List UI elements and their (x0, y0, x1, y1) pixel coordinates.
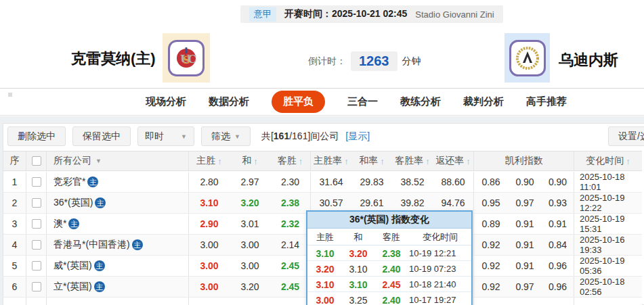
popup-away-odds: 2.45 (374, 277, 409, 292)
row-seq: 3 (3, 214, 26, 234)
popup-change-time: 10-19 12:21 (409, 245, 471, 261)
col-seq: 序 (3, 151, 26, 170)
row-checkbox[interactable] (32, 282, 41, 291)
home-tag-icon: 主 (132, 239, 143, 250)
draw-odds[interactable]: 3.01 (230, 214, 270, 234)
company-name[interactable]: 立*(英国) (53, 281, 92, 293)
settings-select-button[interactable]: 设置/选择 (608, 126, 644, 146)
company-name[interactable]: 澳* (53, 218, 66, 230)
away-odds[interactable]: 2.45 (270, 277, 311, 297)
delete-selected-button[interactable]: 删除选中 (7, 126, 66, 146)
row-checkbox[interactable] (32, 240, 41, 250)
col-away-rate[interactable]: 客胜率↑ (392, 151, 433, 170)
row-checkbox[interactable] (32, 261, 41, 271)
row-seq: 2 (3, 193, 26, 213)
change-time: 2025-10-19 15:31 (574, 214, 642, 234)
kelly-value: 0.84 (542, 235, 574, 255)
row-checkbox[interactable] (32, 219, 41, 229)
popup-home-odds: 3.20 (307, 261, 343, 277)
home-odds[interactable]: 3.00 (189, 277, 230, 297)
svg-text:C: C (188, 52, 197, 66)
kelly-value: 0.91 (508, 214, 542, 234)
keep-selected-button[interactable]: 保留选中 (72, 126, 131, 146)
row-seq: 1 (3, 172, 26, 192)
company-cell: 36*(英国)主 (47, 193, 189, 213)
popup-home-odds: 3.10 (307, 245, 343, 261)
popup-change-time: 10-17 19:27 (409, 292, 471, 305)
kelly-value: 0.96 (542, 256, 574, 276)
popup-body: 3.103.202.3810-19 12:213.203.102.4010-19… (307, 245, 471, 305)
home-tag-icon: 主 (87, 177, 98, 187)
row-seq: 4 (3, 235, 26, 255)
away-team-name: 乌迪内斯 (559, 50, 618, 70)
company-name[interactable]: 香港马*(中国香港) (53, 239, 130, 251)
kelly-value: 0.90 (542, 172, 574, 192)
home-team-logo: U S C (163, 33, 210, 83)
home-odds[interactable]: 3.00 (189, 235, 230, 255)
away-crest-icon (509, 40, 546, 76)
home-odds[interactable]: 2.80 (189, 172, 230, 192)
away-odds[interactable]: 2.30 (270, 172, 311, 192)
nav-tab[interactable]: 三合一 (347, 95, 378, 108)
popup-row: 3.003.252.4010-17 19:27 (307, 292, 471, 305)
chevron-down-icon: ▼ (234, 133, 240, 140)
company-name[interactable]: 威*(英国) (53, 260, 92, 272)
away-odds[interactable]: 2.14 (270, 235, 311, 255)
popup-draw-odds: 3.25 (343, 292, 374, 305)
popup-draw-odds: 3.10 (343, 277, 374, 292)
draw-odds[interactable]: 3.20 (230, 193, 270, 213)
popup-header: 主胜 和 客胜 变化时间 (307, 229, 471, 245)
sort-up-icon: ↑ (626, 156, 630, 166)
filter-dropdown[interactable]: 筛选 ▼ (201, 126, 251, 146)
away-odds[interactable]: 2.32 (270, 214, 311, 234)
row-checkbox[interactable] (32, 198, 41, 208)
kelly-value: 0.91 (508, 235, 542, 255)
rate-value: 88.60 (433, 172, 474, 192)
popup-row: 3.203.102.4010-19 07:23 (307, 261, 471, 277)
company-cell: 立*(英国)主 (47, 277, 189, 297)
col-select-all (26, 151, 47, 170)
row-checkbox[interactable] (32, 177, 41, 187)
col-change-time[interactable]: 变化时间↑ (574, 151, 642, 170)
nav-tab[interactable]: 教练分析 (400, 95, 441, 108)
company-cell: 威*(英国)主 (47, 256, 189, 276)
draw-odds[interactable]: 2.97 (230, 172, 270, 192)
nav-tab[interactable]: 胜平负 (272, 91, 325, 113)
col-return-rate[interactable]: 返还率↑ (433, 151, 474, 170)
table-header: 序 所有公司 ▼ 主胜↑ 和↑ 客胜↑ 主胜率↑ 和率↑ 客胜率↑ 返还率↑ 凯… (3, 151, 642, 171)
kelly-value: 0.97 (508, 277, 542, 297)
company-name[interactable]: 竞彩官* (53, 176, 85, 188)
sort-up-icon: ↑ (217, 156, 222, 166)
live-dropdown[interactable]: 即时 ▼ (137, 126, 194, 146)
company-name[interactable]: 36*(英国) (53, 197, 93, 209)
kelly-value: 0.92 (474, 235, 508, 255)
col-home-odds[interactable]: 主胜↑ (189, 151, 230, 170)
select-all-checkbox[interactable] (32, 156, 41, 166)
draw-odds[interactable]: 3.00 (230, 256, 270, 276)
popup-col-time: 变化时间 (409, 229, 471, 245)
col-away-odds[interactable]: 客胜↑ (270, 151, 311, 170)
away-odds[interactable]: 2.38 (270, 193, 311, 213)
col-draw-odds[interactable]: 和↑ (230, 151, 270, 170)
draw-odds[interactable]: 3.00 (230, 235, 270, 255)
nav-tab[interactable]: 高手推荐 (526, 95, 567, 108)
away-odds[interactable]: 2.45 (270, 256, 311, 276)
nav-tab[interactable]: 裁判分析 (463, 95, 504, 108)
league-badge[interactable]: 意甲 (249, 7, 276, 22)
home-odds[interactable]: 3.00 (189, 256, 230, 276)
sort-up-icon: ↑ (253, 156, 258, 166)
col-draw-rate[interactable]: 和率↑ (351, 151, 392, 170)
kelly-value: 0.97 (508, 193, 542, 213)
col-company[interactable]: 所有公司 ▼ (47, 151, 189, 170)
draw-odds[interactable]: 3.20 (230, 277, 270, 297)
nav-tab[interactable]: 数据分析 (209, 95, 249, 108)
nav-tab[interactable]: 现场分析 (146, 95, 186, 108)
home-odds[interactable]: 3.10 (189, 193, 230, 213)
kelly-value: 0.89 (474, 214, 508, 234)
popup-away-odds: 2.40 (374, 261, 409, 277)
show-link[interactable]: [显示] (345, 131, 370, 143)
home-odds[interactable]: 2.90 (189, 214, 230, 234)
home-team-name: 克雷莫纳(主) (71, 49, 156, 69)
home-tag-icon: 主 (68, 218, 79, 229)
col-home-rate[interactable]: 主胜率↑ (311, 151, 351, 170)
